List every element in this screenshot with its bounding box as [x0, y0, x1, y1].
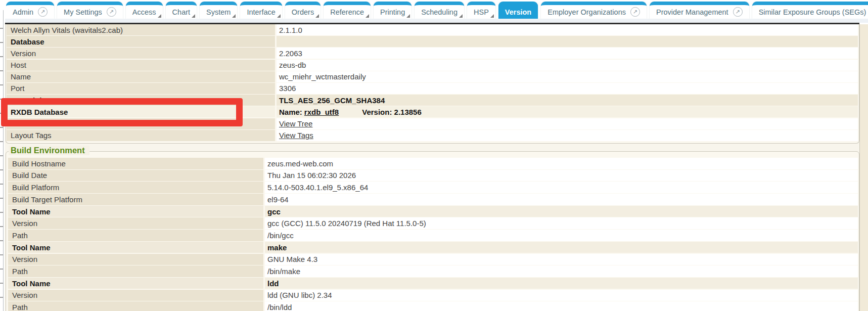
table-row: Tool Namemake [8, 242, 858, 253]
table-row: Path/bin/make [8, 265, 858, 277]
tab-label: Access [132, 8, 156, 16]
row-label: Build Date [8, 170, 263, 182]
row-label: Path [8, 301, 263, 311]
row-value: /bin/gcc [265, 230, 858, 241]
table-row: Versiongcc (GCC) 11.5.0 20240719 (Red Ha… [8, 217, 858, 229]
row-value: el9-64 [265, 194, 858, 205]
row-value: 5.14.0-503.40.1.el9_5.x86_64 [265, 182, 858, 193]
tab-label: Version [505, 8, 531, 16]
tab-interface[interactable]: Interface [240, 2, 282, 19]
open-in-new-window-icon[interactable]: ↗ [733, 7, 743, 17]
table-row: Versionldd (GNU libc) 2.34 [8, 290, 858, 301]
row-value: 2.1.1.0 [277, 24, 858, 35]
row-label: Build Platform [8, 182, 263, 193]
row-label: Database [7, 36, 275, 47]
table-row: Database [7, 36, 858, 47]
version-info-table: Welch Allyn Vitals (wavitals2.cab)2.1.1.… [6, 24, 859, 144]
row-value: gcc (GCC) 11.5.0 20240719 (Red Hat 11.5.… [265, 217, 858, 229]
table-row: Version2.2063 [7, 48, 858, 59]
tab-system[interactable]: System [200, 2, 237, 19]
row-label: Module Tree [7, 118, 275, 129]
table-row: Build Target Platformel9-64 [8, 194, 858, 205]
tab-scheduling[interactable]: Scheduling [415, 2, 464, 19]
row-value: View Tags [277, 130, 858, 141]
row-label: Tool Name [8, 206, 263, 217]
row-value: make [265, 242, 858, 253]
tabbar-substrip [5, 19, 868, 23]
row-value: wc_miehr_wctmasterdaily [277, 71, 858, 82]
table-row: Hostzeus-db [7, 60, 858, 71]
build-environment-legend: Build Environment [9, 146, 89, 155]
left-frame-edge-top [0, 10, 4, 24]
open-in-new-window-icon[interactable]: ↗ [630, 7, 640, 17]
tab-reference[interactable]: Reference [324, 2, 371, 19]
open-in-new-window-icon[interactable]: ↗ [107, 7, 116, 17]
tab-my-settings[interactable]: My Settings↗ [57, 2, 123, 19]
tab-hsp[interactable]: HSP [467, 2, 495, 19]
row-value: GNU Make 4.3 [265, 254, 858, 265]
dropdown-corner-icon [366, 14, 369, 18]
table-row: VersionGNU Make 4.3 [8, 254, 858, 265]
table-row: SSL CipherTLS_AES_256_GCM_SHA384 [7, 95, 858, 106]
view-view-tags-link[interactable]: View Tags [279, 131, 313, 140]
table-row: Port3306 [7, 83, 858, 94]
table-row: Tool Nameldd [8, 278, 858, 289]
dropdown-corner-icon [232, 14, 236, 18]
row-label: Build Target Platform [8, 194, 263, 205]
tab-label: Printing [380, 8, 405, 16]
row-label: Version [8, 290, 263, 301]
row-value: Name:rxdb_utf8Version: 2.13856 [277, 106, 858, 117]
row-label: Port [7, 83, 275, 94]
tab-version[interactable]: Version [498, 2, 538, 19]
view-view-tree-link[interactable]: View Tree [279, 119, 312, 128]
tab-access[interactable]: Access [126, 2, 163, 19]
right-page-margin [859, 24, 868, 311]
tab-similar-exposure-groups-segs[interactable]: Similar Exposure Groups (SEGs)↗ [752, 2, 868, 19]
table-row: Tool Namegcc [8, 206, 858, 217]
tab-admin[interactable]: Admin↗ [6, 2, 54, 19]
table-row: RXDB DatabaseName:rxdb_utf8Version: 2.13… [7, 106, 858, 117]
row-value: /bin/ldd [265, 301, 858, 311]
tab-chart[interactable]: Chart [166, 2, 197, 19]
tab-label: Admin [13, 8, 33, 16]
rxdb-name-link[interactable]: rxdb_utf8 [304, 108, 339, 116]
tab-label: My Settings [64, 8, 102, 16]
tab-label: HSP [474, 8, 489, 16]
table-row: Path/bin/gcc [8, 230, 858, 241]
row-value: /bin/make [265, 265, 858, 277]
tab-label: Similar Exposure Groups (SEGs) [759, 8, 866, 16]
table-row: Path/bin/ldd [8, 301, 858, 311]
row-label: Tool Name [8, 278, 263, 289]
row-label: Path [8, 265, 263, 277]
left-frame-edge [0, 24, 4, 311]
row-value [277, 36, 858, 47]
tab-label: Chart [172, 8, 190, 16]
tab-label: Employer Organizations [547, 8, 626, 16]
row-label: Path [8, 230, 263, 241]
tab-employer-organizations[interactable]: Employer Organizations↗ [541, 2, 647, 19]
tab-provider-management[interactable]: Provider Management↗ [650, 2, 749, 19]
table-row: Welch Allyn Vitals (wavitals2.cab)2.1.1.… [7, 24, 858, 35]
tab-label: Reference [330, 8, 364, 16]
dropdown-corner-icon [490, 14, 494, 18]
tab-label: Scheduling [421, 8, 458, 16]
tab-orders[interactable]: Orders [285, 2, 321, 19]
tab-printing[interactable]: Printing [374, 2, 412, 19]
row-value: ldd (GNU libc) 2.34 [265, 290, 858, 301]
row-label: SSL Cipher [7, 95, 275, 106]
row-value: 3306 [277, 83, 858, 94]
build-environment-fieldset: Build Environment Build Hostnamezeus.med… [6, 151, 859, 311]
row-label: Layout Tags [7, 130, 275, 141]
version-page-content: Welch Allyn Vitals (wavitals2.cab)2.1.1.… [5, 24, 868, 311]
row-label: RXDB Database [7, 106, 275, 117]
row-label: Version [7, 48, 275, 59]
row-value: TLS_AES_256_GCM_SHA384 [277, 95, 858, 106]
open-in-new-window-icon[interactable]: ↗ [38, 7, 48, 17]
row-value: 2.2063 [277, 48, 858, 59]
row-value: gcc [265, 206, 858, 217]
row-value: View Tree [277, 118, 858, 129]
table-row: Build Platform5.14.0-503.40.1.el9_5.x86_… [8, 182, 858, 193]
row-label: Tool Name [8, 242, 263, 253]
dropdown-corner-icon [406, 14, 410, 18]
tab-label: Interface [247, 8, 275, 16]
